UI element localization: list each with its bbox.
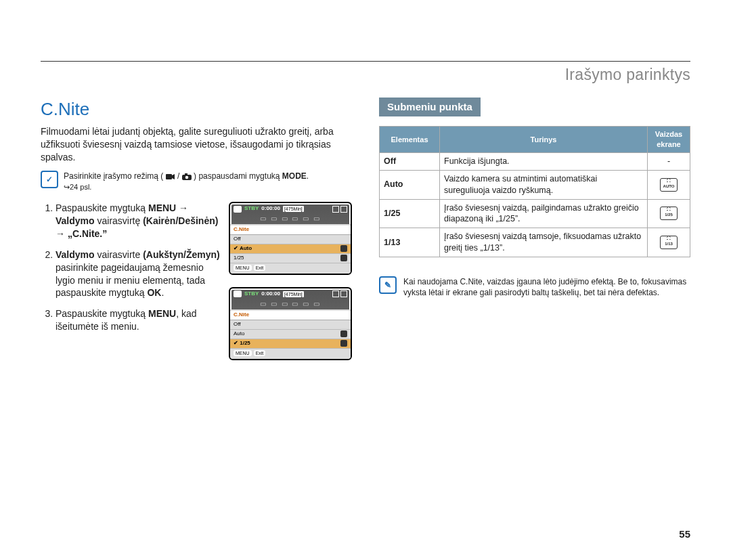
info-icon: ✎: [379, 276, 397, 294]
submenu-heading: Submeniu punkta: [379, 98, 481, 116]
video-icon: [166, 173, 175, 180]
th-content: Turinys: [440, 127, 648, 153]
step-1: Paspauskite mygtuką MENU → Valdymo vaira…: [56, 202, 221, 240]
svg-rect-0: [166, 174, 172, 179]
page-number: 55: [679, 528, 690, 540]
auto-mode-icon: [340, 330, 347, 337]
th-screen: Vaizdasekrane: [648, 127, 690, 153]
remaining-min: [475Min]: [283, 291, 304, 297]
menu-pill: MENU: [234, 265, 252, 271]
step3-a: Paspauskite mygtuką: [56, 308, 148, 319]
step-3: Paspauskite mygtuką MENU, kad išeitumėte…: [56, 307, 221, 333]
tip-note: ✎ Kai naudojama C.Nite, vaizdas įgauna l…: [379, 276, 690, 298]
remaining-min: [475Min]: [283, 206, 304, 212]
step1-arrow1: →: [176, 202, 188, 213]
cell-element: 1/25: [380, 199, 440, 228]
menu-item-125-label: 1/25: [234, 255, 244, 262]
mode-icon: ⛶1/25: [660, 207, 678, 220]
cell-element: 1/13: [380, 228, 440, 257]
cell-icon: -: [648, 152, 690, 170]
shutter-125-icon: [340, 340, 347, 347]
cell-icon: ⛶1/13: [648, 228, 690, 257]
right-column: Submeniu punkta Elementas Turinys Vaizda…: [379, 98, 690, 379]
step2-dir: (Aukštyn/Žemyn): [143, 249, 220, 260]
menu-item-125: ✔ 1/25: [230, 339, 351, 349]
screen-exit-row: MENUExit: [230, 263, 351, 272]
menu-item-auto: ✔ Auto: [230, 244, 351, 254]
svg-point-2: [185, 175, 188, 179]
screen-menu-title: C.Nite: [230, 311, 351, 320]
mode-note-pre: Pasirinkite įrašymo režimą (: [64, 171, 163, 181]
rec-time: 0:00:00: [261, 290, 280, 298]
step1-valdymo: Valdymo: [56, 215, 95, 226]
screen-exit-row: MENUExit: [230, 349, 351, 358]
mode-note-bold: MODE: [282, 171, 307, 181]
section-title: C.Nite: [41, 98, 352, 121]
table-row: 1/13Įrašo šviesesnį vaizdą tamsoje, fiks…: [380, 228, 690, 257]
step1-arrow2: →: [56, 228, 68, 239]
step1-a: Paspauskite mygtuką: [56, 202, 148, 213]
step1-d: vairasvirtę: [95, 215, 143, 226]
rec-mode-icon: [234, 290, 242, 297]
options-table: Elementas Turinys Vaizdasekrane OffFunkc…: [379, 126, 690, 257]
table-row: 1/25Įrašo šviesesnį vaizdą, pailgindamas…: [380, 199, 690, 228]
mode-icon: ⛶1/13: [660, 236, 678, 249]
cell-desc: Įrašo šviesesnį vaizdą, pailgindamas užr…: [440, 199, 648, 228]
step2-d: pasirinkite pageidaujamą žemesnio lygio …: [56, 262, 205, 299]
menu-item-off: Off: [230, 235, 351, 244]
step-2: Valdymo vairasvirte (Aukštyn/Žemyn) pasi…: [56, 249, 221, 300]
camera-icon: [182, 173, 192, 180]
cell-element: Off: [380, 152, 440, 170]
mode-note-post: ) paspausdami mygtuką: [194, 171, 282, 181]
table-row: OffFunkcija išjungta.-: [380, 152, 690, 170]
menu-item-auto-label: Auto: [234, 330, 244, 338]
cell-icon: ⛶1/25: [648, 199, 690, 228]
cell-desc: Funkcija išjungta.: [440, 152, 648, 170]
battery-icon: [332, 290, 347, 297]
menu-item-auto-label: Auto: [240, 245, 252, 251]
step1-menu: MENU: [148, 202, 176, 213]
table-row: AutoVaizdo kamera su atmintimi automatiš…: [380, 170, 690, 199]
page-ref: ↪24 psl.: [64, 183, 91, 191]
screen-menu-title: C.Nite: [230, 225, 351, 235]
cell-element: Auto: [380, 170, 440, 199]
cell-icon: ⛶AUTO: [648, 170, 690, 199]
svg-rect-3: [185, 173, 187, 175]
cell-desc: Įrašo šviesesnį vaizdą tamsoje, fiksuoda…: [440, 228, 648, 257]
camera-screen-1: STBY 0:00:00 [475Min] ▭ ▭ ▭ ▭ ▭ ▭ C.Nite…: [229, 202, 352, 275]
mode-note-slash: /: [177, 171, 182, 181]
steps: Paspauskite mygtuką MENU → Valdymo vaira…: [41, 202, 221, 372]
step2-valdymo: Valdymo: [56, 249, 95, 260]
auto-mode-icon: [340, 245, 347, 252]
menu-item-125: 1/25: [230, 254, 351, 263]
mode-note-text: Pasirinkite įrašymo režimą ( / ) paspaus…: [64, 171, 309, 192]
menu-item-auto: Auto: [230, 330, 351, 339]
menu-pill: MENU: [234, 350, 252, 356]
step1-cnite: „C.Nite.”: [68, 228, 107, 239]
th-screen-a: Vaizdas: [655, 130, 682, 138]
exit-pill: Exit: [254, 265, 266, 271]
toolbar-icons: ▭ ▭ ▭ ▭ ▭ ▭: [230, 299, 351, 310]
cell-desc: Vaizdo kamera su atmintimi automatiškai …: [440, 170, 648, 199]
shutter-125-icon: [340, 255, 347, 261]
step1-dir: (Kairėn/Dešinėn): [143, 215, 218, 226]
th-element: Elementas: [380, 127, 440, 153]
stby-label: STBY: [244, 205, 259, 213]
rec-time: 0:00:00: [261, 205, 280, 213]
screenshots: STBY 0:00:00 [475Min] ▭ ▭ ▭ ▭ ▭ ▭ C.Nite…: [229, 202, 352, 372]
battery-icon: [332, 206, 347, 213]
menu-item-125-label: 1/25: [240, 340, 250, 346]
menu-item-off-label: Off: [234, 321, 241, 328]
tip-text: Kai naudojama C.Nite, vaizdas įgauna lėt…: [403, 276, 690, 298]
th-screen-b: ekrane: [657, 140, 680, 148]
camera-screen-2: STBY 0:00:00 [475Min] ▭ ▭ ▭ ▭ ▭ ▭ C.Nite…: [229, 287, 352, 360]
check-icon: ✓: [41, 171, 58, 188]
rec-mode-icon: [234, 206, 242, 213]
mode-note: ✓ Pasirinkite įrašymo režimą ( / ) paspa…: [41, 171, 352, 192]
step3-menu: MENU: [148, 308, 176, 319]
step2-b: vairasvirte: [95, 249, 143, 260]
header-rule: [41, 61, 690, 62]
breadcrumb: Irašymo parinktys: [41, 66, 690, 84]
toolbar-icons: ▭ ▭ ▭ ▭ ▭ ▭: [230, 214, 351, 225]
menu-item-off-label: Off: [234, 236, 241, 243]
